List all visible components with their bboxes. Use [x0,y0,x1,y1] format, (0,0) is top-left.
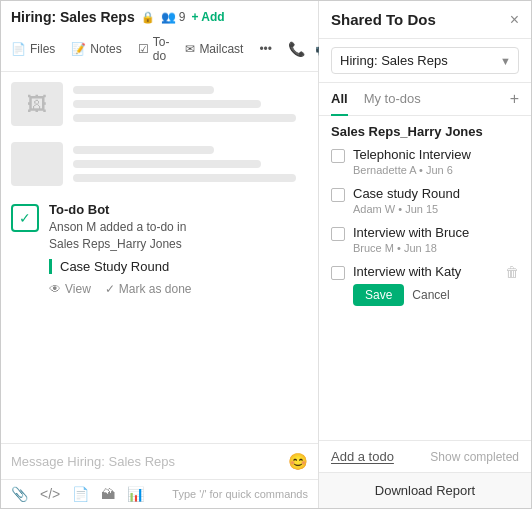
todo-item-editing: Interview with Katy 🗑 Save Cancel [331,264,519,306]
skeleton-line [73,86,214,94]
download-report-button[interactable]: Download Report [319,472,531,508]
view-btn[interactable]: 👁 View [49,282,91,296]
more-nav-item[interactable]: ••• [259,42,272,56]
show-completed-link[interactable]: Show completed [430,450,519,464]
check-icon: ✓ [105,282,115,296]
todo-notification: ✓ To-do Bot Anson M added a to-do in Sal… [11,202,308,296]
phone-icon[interactable]: 📞 [288,41,305,57]
todo-item-body-1: Telephonic Interview Bernadette A • Jun … [353,147,519,176]
todo-checkbox-editing[interactable] [331,266,345,280]
add-todo-link[interactable]: Add a todo [331,449,394,464]
todo-edit-row: Interview with Katy 🗑 [331,264,519,280]
todo-item-body-3: Interview with Bruce Bruce M • Jun 18 [353,225,519,254]
todo-item-meta-3: Bruce M • Jun 18 [353,242,519,254]
image-placeholder-icon: 🖼 [27,93,47,116]
skeleton-thumb-2 [11,142,63,186]
dropdown-section: Hiring: Sales Reps ▼ [319,39,531,83]
todo-checkbox-1[interactable] [331,149,345,163]
todo-item-1: Telephonic Interview Bernadette A • Jun … [331,147,519,176]
skeleton-line [73,160,261,168]
todo-edit-title: Interview with Katy [353,264,461,279]
project-dropdown[interactable]: Hiring: Sales Reps [331,47,519,74]
skeleton-line [73,174,296,182]
lock-icon: 🔒 [141,11,155,24]
todo-bot-name: To-do Bot [49,202,308,217]
right-content: Sales Reps_Harry Jones Telephonic Interv… [319,116,531,440]
todo-icon: ☑ [138,42,149,56]
skeleton-block-1: 🖼 [11,82,308,126]
notes-nav-item[interactable]: 📝 Notes [71,42,121,56]
eye-icon: 👁 [49,282,61,296]
todo-checkbox-3[interactable] [331,227,345,241]
left-content: 🖼 ✓ To-d [1,72,318,443]
message-input-placeholder[interactable]: Message Hiring: Sales Reps [11,454,280,469]
section-title: Sales Reps_Harry Jones [331,124,519,139]
todo-item-2: Case study Round Adam W • Jun 15 [331,186,519,215]
emoji-icon[interactable]: 😊 [288,452,308,471]
member-count: 👥 9 [161,10,186,24]
skeleton-line [73,146,214,154]
todo-item-title-2: Case study Round [353,186,519,201]
project-dropdown-wrapper: Hiring: Sales Reps ▼ [331,47,519,74]
mailcast-nav-item[interactable]: ✉ Mailcast [185,42,243,56]
todo-content: To-do Bot Anson M added a to-do in Sales… [49,202,308,296]
toolbar-hint: Type '/' for quick commands [172,488,308,500]
mark-done-btn[interactable]: ✓ Mark as done [105,282,192,296]
skeleton-thumb-1: 🖼 [11,82,63,126]
chart-icon[interactable]: 📊 [127,486,144,502]
todo-item-meta-1: Bernadette A • Jun 6 [353,164,519,176]
notes-icon: 📝 [71,42,86,56]
files-icon: 📄 [11,42,26,56]
tab-my-todos[interactable]: My to-dos [364,83,421,116]
files-nav-item[interactable]: 📄 Files [11,42,55,56]
todo-item-meta-2: Adam W • Jun 15 [353,203,519,215]
image-icon[interactable]: 🏔 [101,486,115,502]
tabs-row: All My to-dos + [319,83,531,116]
skeleton-lines-2 [73,142,308,182]
attachment-icon[interactable]: 📎 [11,486,28,502]
tab-all[interactable]: All [331,83,348,116]
mailcast-icon: ✉ [185,42,195,56]
skeleton-lines-1 [73,82,308,122]
right-panel-title: Shared To Dos [331,11,436,28]
delete-icon[interactable]: 🗑 [505,264,519,280]
left-nav-actions: 📄 Files 📝 Notes ☑ To-do ✉ Mailcast ••• [11,31,308,71]
skeleton-block-2 [11,142,308,186]
add-tab-icon[interactable]: + [510,90,519,108]
todo-actions: 👁 View ✓ Mark as done [49,282,308,296]
todo-item-title-3: Interview with Bruce [353,225,519,240]
save-button[interactable]: Save [353,284,404,306]
code-icon[interactable]: </> [40,486,60,502]
todo-case-study-label: Case Study Round [49,259,308,274]
todo-item-body-2: Case study Round Adam W • Jun 15 [353,186,519,215]
message-area: Message Hiring: Sales Reps 😊 [1,443,318,479]
skeleton-line [73,114,296,122]
right-panel: Shared To Dos × Hiring: Sales Reps ▼ All… [319,1,531,508]
left-header: Hiring: Sales Reps 🔒 👥 9 + Add 📄 Files 📝… [1,1,318,72]
add-members-link[interactable]: + Add [191,10,224,24]
close-button[interactable]: × [510,12,519,28]
todo-nav-item[interactable]: ☑ To-do [138,35,170,63]
todo-checkbox-2[interactable] [331,188,345,202]
left-panel-title: Hiring: Sales Reps [11,9,135,25]
toolbar: 📎 </> 📄 🏔 📊 Type '/' for quick commands [1,479,318,508]
right-header: Shared To Dos × [319,1,531,39]
people-icon: 👥 [161,10,176,24]
right-footer: Add a todo Show completed [319,440,531,472]
left-panel: Hiring: Sales Reps 🔒 👥 9 + Add 📄 Files 📝… [1,1,319,508]
todo-check-icon: ✓ [11,204,39,232]
todo-item-3: Interview with Bruce Bruce M • Jun 18 [331,225,519,254]
document-icon[interactable]: 📄 [72,486,89,502]
todo-description: Anson M added a to-do in Sales Reps_Harr… [49,219,308,253]
todo-item-title-1: Telephonic Interview [353,147,519,162]
save-cancel-row: Save Cancel [331,284,519,306]
cancel-button[interactable]: Cancel [412,288,449,302]
skeleton-line [73,100,261,108]
